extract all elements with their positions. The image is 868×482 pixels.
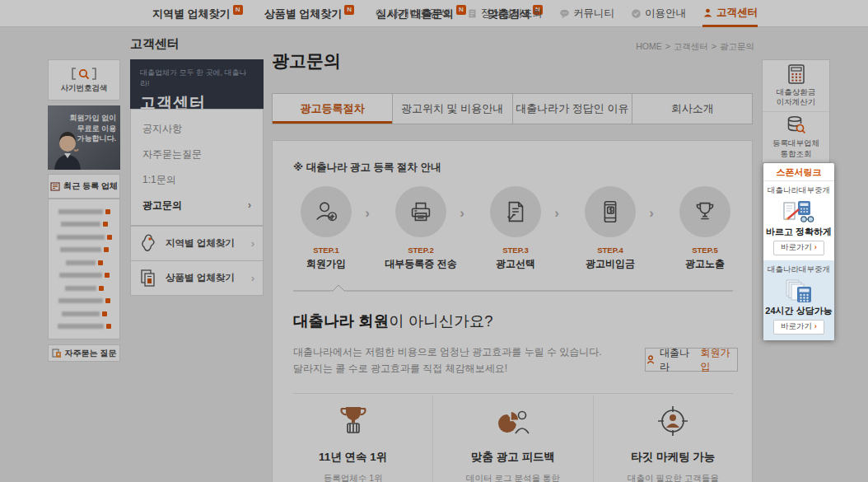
nav-item-official-company-lookup[interactable]: 정식업체조회 (467, 0, 543, 27)
menu-item-faq[interactable]: 자주묻는질문 (131, 142, 263, 167)
step-send-license: STEP.2 대부등록증 전송 (380, 186, 462, 271)
feature-rank: 11년 연속 1위 등록업체수 1위 대출문의수 1위 11년 연속 대출중개 … (273, 395, 432, 482)
steps-note: ※ 대출나라 광고 등록 절차 안내 (293, 161, 441, 175)
printer-icon (407, 198, 435, 226)
recent-company-item[interactable] (54, 245, 114, 255)
sponsor-ad-2[interactable]: 대출나라대부중개 24시간 상담가능 바로가기 › (763, 260, 834, 340)
menu-item-ad-inquiry[interactable]: 광고문의› (131, 193, 263, 218)
nav-item-usage-guide[interactable]: 이용안내 (631, 0, 686, 27)
document-check-icon (502, 198, 530, 226)
step-arrow-icon: › (355, 205, 380, 222)
menu-item-notice[interactable]: 공지사항 (131, 116, 263, 142)
nav-item-region-search[interactable]: 지역별 업체찾기N (152, 0, 243, 27)
recent-company-item[interactable] (54, 258, 114, 268)
chevron-right-icon: › (814, 321, 817, 330)
chevron-right-icon: › (248, 193, 251, 218)
calculator-icon (787, 64, 805, 84)
quick-link-region-search[interactable]: 지역별 업체찾기 › (130, 226, 264, 261)
nav-right-group: 사기번호검색 정식업체조회 커뮤니티 이용안내 고객센터 (375, 0, 758, 27)
customer-center-menu-header: 대출업체가 모두 한 곳에, 대출나라! 고객센터 (130, 59, 264, 109)
section-divider (293, 284, 733, 292)
tab-ad-registration-process[interactable]: 광고등록절차 (273, 94, 392, 124)
korea-map-icon (140, 234, 156, 254)
documents-icon (140, 269, 156, 288)
sponsor-cta-button[interactable]: 바로가기 › (773, 241, 824, 255)
nav-item-product-search[interactable]: 상품별 업체찾기N (264, 0, 355, 27)
tab-why-loannara[interactable]: 대출나라가 정답인 이유 (512, 94, 632, 124)
database-search-icon (786, 115, 806, 135)
sponsor-links-panel: 스폰서링크 대출나라대부중개 바르고 정확하게 바로가기 › 대출나라대부중개 (763, 163, 834, 340)
ad-registration-panel: ※ 대출나라 광고 등록 절차 안내 STEP.1 회원가입 › STEP.2 … (272, 140, 753, 482)
new-badge (106, 324, 111, 329)
sponsor-cta-button[interactable]: 바로가기 › (773, 320, 824, 335)
member-section-title: 대출나라 회원이 아니신가요? (293, 311, 493, 331)
step-signup: STEP.1 회원가입 (285, 186, 367, 271)
loan-interest-calculator[interactable]: 대출상환금이자계산기 (763, 60, 829, 111)
nav-item-community[interactable]: 커뮤니티 (559, 0, 614, 27)
document-icon (467, 8, 478, 19)
recent-company-item[interactable] (54, 232, 114, 242)
sponsor-links-header: 스폰서링크 (763, 163, 834, 181)
search-icon (375, 8, 385, 19)
new-badge (104, 247, 109, 252)
step-arrow-icon: › (544, 205, 569, 222)
breadcrumb-customer-center[interactable]: 고객센터 (674, 41, 708, 51)
tab-ad-position-cost[interactable]: 광고위치 및 비용안내 (392, 94, 512, 124)
recent-companies-list (48, 199, 120, 339)
content-tabs: 광고등록절차 광고위치 및 비용안내 대출나라가 정답인 이유 회사소개 (272, 93, 753, 124)
feature-targeting: 타깃 마케팅 가능 대출이 필요한 고객들을 목표로한 타깃 마케팅 가능 (593, 395, 753, 482)
page: 지역별 업체찾기N 상품별 업체찾기N 실시간 대출문의N 맞춤검색N 사기번호… (0, 0, 868, 482)
new-badge (98, 260, 103, 265)
step-pay-fee: STEP.4 광고비입금 (569, 186, 651, 271)
customer-center-menu: 공지사항 자주묻는질문 1:1문의 광고문의› (130, 109, 264, 226)
member-section-text: 대출나라에서는 저렴한 비용으로 엄청난 광고효과를 누릴 수 있습니다. 달라… (293, 344, 602, 377)
step-ad-exposure: STEP.5 광고노출 (664, 186, 746, 271)
chevron-right-icon: › (814, 242, 817, 251)
recent-company-item[interactable] (54, 321, 114, 331)
recent-company-item[interactable] (54, 296, 114, 306)
new-badge (102, 311, 107, 316)
features-row: 11년 연속 1위 등록업체수 1위 대출문의수 1위 11년 연속 대출중개 … (273, 395, 753, 482)
nav-item-fraud-number-search[interactable]: 사기번호검색 (375, 0, 450, 27)
features-divider (293, 393, 733, 394)
calculator-papers-icon (784, 278, 814, 303)
recent-company-item[interactable] (54, 270, 114, 280)
person-icon (702, 7, 713, 18)
new-badge (105, 298, 110, 303)
menu-item-one-to-one[interactable]: 1:1문의 (131, 167, 263, 193)
promo-banner[interactable]: 회원가입 없이 무료로 이용 가능합니다. (48, 105, 120, 170)
recent-company-item[interactable] (54, 309, 114, 319)
breadcrumb-home[interactable]: HOME (636, 41, 662, 51)
side-tools: 대출상환금이자계산기 등록대부업체통합조회 (762, 59, 830, 163)
newspaper-icon (50, 182, 60, 191)
quick-link-product-search[interactable]: 상품별 업체찾기 › (130, 260, 264, 296)
sponsor-ad-1[interactable]: 대출나라대부중개 바르고 정확하게 바로가기 › (763, 181, 834, 260)
breadcrumb: HOME>고객센터>광고문의 (634, 41, 756, 53)
nav-item-customer-center[interactable]: 고객센터 (702, 0, 758, 27)
registered-lender-lookup[interactable]: 등록대부업체통합조회 (763, 111, 829, 162)
new-badge (105, 209, 110, 214)
step-arrow-icon: › (450, 205, 474, 222)
top-navbar: 지역별 업체찾기N 상품별 업체찾기N 실시간 대출문의N 맞춤검색N 사기번호… (0, 0, 868, 27)
section-title: 고객센터 (130, 36, 180, 52)
breadcrumb-current: 광고문의 (720, 41, 754, 51)
phone-payment-icon (596, 198, 624, 226)
fraud-number-search-banner[interactable]: 사기번호검색 (48, 59, 120, 101)
signup-button[interactable]: 대출나라 회원가입 (645, 348, 738, 372)
page-title: 광고문의 (272, 49, 341, 73)
recent-company-item[interactable] (54, 207, 114, 217)
faq-banner[interactable]: 자주묻는 질문 (48, 344, 120, 362)
step-select-ad: STEP.3 광고선택 (474, 186, 557, 271)
new-badge: N (344, 5, 354, 15)
new-badge (99, 286, 104, 291)
step-arrow-icon: › (639, 205, 664, 222)
recent-companies-header[interactable]: 최근 등록 업체 (48, 174, 120, 199)
recent-company-item[interactable] (54, 283, 114, 293)
user-plus-icon (312, 198, 340, 226)
tab-company-intro[interactable]: 회사소개 (632, 94, 752, 124)
feature-feedback: 맞춤 광고 피드백 데이터 로그 분석을 통한 업체별 맞춤 광고 피드백 전달 (432, 395, 592, 482)
trophy-icon (691, 198, 719, 226)
new-badge (107, 235, 112, 240)
faq-doc-icon (52, 349, 62, 358)
recent-company-item[interactable] (54, 219, 114, 229)
